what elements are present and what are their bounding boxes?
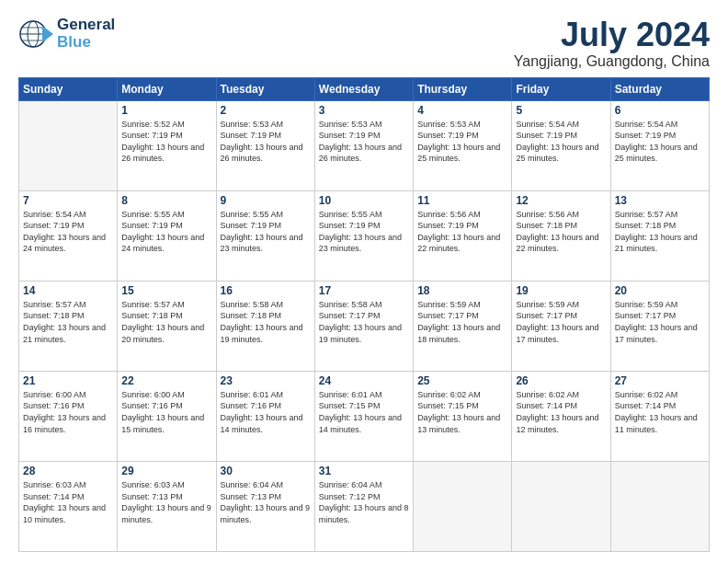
day-number: 29 [121, 465, 211, 477]
day-number: 8 [121, 194, 211, 207]
day-number: 1 [121, 104, 211, 117]
day-info: Sunrise: 5:59 AMSunset: 7:17 PMDaylight:… [516, 299, 606, 345]
day-number: 7 [23, 194, 113, 207]
day-info: Sunrise: 6:02 AMSunset: 7:14 PMDaylight:… [516, 389, 606, 435]
day-info: Sunrise: 5:57 AMSunset: 7:18 PMDaylight:… [121, 299, 211, 345]
calendar-cell: 27Sunrise: 6:02 AMSunset: 7:14 PMDayligh… [610, 371, 709, 461]
calendar-cell: 17Sunrise: 5:58 AMSunset: 7:17 PMDayligh… [314, 281, 413, 371]
day-number: 23 [221, 374, 311, 387]
day-info: Sunrise: 5:55 AMSunset: 7:19 PMDaylight:… [319, 209, 409, 255]
day-number: 4 [417, 104, 507, 117]
day-number: 10 [319, 194, 409, 207]
day-number: 28 [23, 465, 113, 477]
calendar-week-4: 21Sunrise: 6:00 AMSunset: 7:16 PMDayligh… [19, 371, 710, 461]
day-number: 19 [516, 284, 606, 297]
day-number: 12 [516, 194, 606, 207]
weekday-header-friday: Friday [512, 77, 610, 100]
day-number: 17 [319, 284, 409, 297]
day-info: Sunrise: 5:58 AMSunset: 7:18 PMDaylight:… [221, 299, 311, 345]
day-number: 25 [417, 374, 507, 387]
day-info: Sunrise: 5:53 AMSunset: 7:19 PMDaylight:… [319, 119, 409, 165]
day-info: Sunrise: 6:01 AMSunset: 7:15 PMDaylight:… [319, 389, 409, 435]
location: Yangjiang, Guangdong, China [514, 53, 710, 70]
day-number: 31 [319, 465, 409, 477]
calendar-cell [19, 100, 118, 190]
calendar-cell: 1Sunrise: 5:52 AMSunset: 7:19 PMDaylight… [118, 100, 216, 190]
calendar-cell [610, 461, 709, 551]
day-info: Sunrise: 6:00 AMSunset: 7:16 PMDaylight:… [23, 389, 113, 435]
calendar-cell: 13Sunrise: 5:57 AMSunset: 7:18 PMDayligh… [610, 190, 709, 281]
calendar-cell: 16Sunrise: 5:58 AMSunset: 7:18 PMDayligh… [216, 281, 314, 371]
day-info: Sunrise: 5:57 AMSunset: 7:18 PMDaylight:… [615, 209, 705, 255]
header: General Blue July 2024 Yangjiang, Guangd… [18, 17, 710, 70]
day-info: Sunrise: 6:03 AMSunset: 7:13 PMDaylight:… [121, 479, 211, 525]
day-info: Sunrise: 5:55 AMSunset: 7:19 PMDaylight:… [221, 209, 311, 255]
title-block: July 2024 Yangjiang, Guangdong, China [514, 17, 710, 70]
day-number: 13 [615, 194, 705, 207]
weekday-header-thursday: Thursday [414, 77, 512, 100]
calendar-cell: 8Sunrise: 5:55 AMSunset: 7:19 PMDaylight… [118, 190, 216, 281]
month-year: July 2024 [514, 17, 710, 53]
logo-blue: Blue [57, 34, 115, 52]
day-number: 24 [319, 374, 409, 387]
day-info: Sunrise: 5:59 AMSunset: 7:17 PMDaylight:… [615, 299, 705, 345]
calendar-cell: 7Sunrise: 5:54 AMSunset: 7:19 PMDaylight… [19, 190, 118, 281]
weekday-header-tuesday: Tuesday [216, 77, 314, 100]
calendar-cell [414, 461, 512, 551]
calendar-header-row: SundayMondayTuesdayWednesdayThursdayFrid… [19, 77, 710, 100]
calendar-cell: 5Sunrise: 5:54 AMSunset: 7:19 PMDaylight… [512, 100, 610, 190]
day-info: Sunrise: 6:02 AMSunset: 7:14 PMDaylight:… [615, 389, 705, 435]
calendar-cell: 25Sunrise: 6:02 AMSunset: 7:15 PMDayligh… [414, 371, 512, 461]
calendar-cell: 4Sunrise: 5:53 AMSunset: 7:19 PMDaylight… [414, 100, 512, 190]
day-number: 21 [23, 374, 113, 387]
logo: General Blue [18, 17, 115, 51]
calendar-cell: 9Sunrise: 5:55 AMSunset: 7:19 PMDaylight… [216, 190, 314, 281]
day-number: 20 [615, 284, 705, 297]
calendar-cell: 20Sunrise: 5:59 AMSunset: 7:17 PMDayligh… [610, 281, 709, 371]
day-info: Sunrise: 6:02 AMSunset: 7:15 PMDaylight:… [417, 389, 507, 435]
day-info: Sunrise: 5:59 AMSunset: 7:17 PMDaylight:… [417, 299, 507, 345]
weekday-header-wednesday: Wednesday [314, 77, 413, 100]
calendar-cell: 15Sunrise: 5:57 AMSunset: 7:18 PMDayligh… [118, 281, 216, 371]
calendar-week-3: 14Sunrise: 5:57 AMSunset: 7:18 PMDayligh… [19, 281, 710, 371]
day-info: Sunrise: 5:56 AMSunset: 7:18 PMDaylight:… [516, 209, 606, 255]
day-number: 27 [615, 374, 705, 387]
day-info: Sunrise: 6:04 AMSunset: 7:13 PMDaylight:… [221, 479, 311, 525]
day-info: Sunrise: 5:54 AMSunset: 7:19 PMDaylight:… [615, 119, 705, 165]
calendar-cell: 24Sunrise: 6:01 AMSunset: 7:15 PMDayligh… [314, 371, 413, 461]
calendar-week-2: 7Sunrise: 5:54 AMSunset: 7:19 PMDaylight… [19, 190, 710, 281]
day-info: Sunrise: 5:57 AMSunset: 7:18 PMDaylight:… [23, 299, 113, 345]
day-number: 15 [121, 284, 211, 297]
calendar-cell: 14Sunrise: 5:57 AMSunset: 7:18 PMDayligh… [19, 281, 118, 371]
day-number: 9 [221, 194, 311, 207]
day-number: 16 [221, 284, 311, 297]
calendar-cell: 26Sunrise: 6:02 AMSunset: 7:14 PMDayligh… [512, 371, 610, 461]
day-info: Sunrise: 5:55 AMSunset: 7:19 PMDaylight:… [121, 209, 211, 255]
day-info: Sunrise: 5:54 AMSunset: 7:19 PMDaylight:… [23, 209, 113, 255]
day-number: 6 [615, 104, 705, 117]
day-info: Sunrise: 6:04 AMSunset: 7:12 PMDaylight:… [319, 479, 409, 525]
day-number: 22 [121, 374, 211, 387]
calendar-cell [512, 461, 610, 551]
calendar-cell: 11Sunrise: 5:56 AMSunset: 7:19 PMDayligh… [414, 190, 512, 281]
weekday-header-sunday: Sunday [19, 77, 118, 100]
calendar-cell: 31Sunrise: 6:04 AMSunset: 7:12 PMDayligh… [314, 461, 413, 551]
calendar-cell: 21Sunrise: 6:00 AMSunset: 7:16 PMDayligh… [19, 371, 118, 461]
day-info: Sunrise: 5:58 AMSunset: 7:17 PMDaylight:… [319, 299, 409, 345]
day-info: Sunrise: 5:56 AMSunset: 7:19 PMDaylight:… [417, 209, 507, 255]
calendar-cell: 29Sunrise: 6:03 AMSunset: 7:13 PMDayligh… [118, 461, 216, 551]
calendar-cell: 30Sunrise: 6:04 AMSunset: 7:13 PMDayligh… [216, 461, 314, 551]
general-blue-icon [18, 18, 53, 50]
calendar-cell: 10Sunrise: 5:55 AMSunset: 7:19 PMDayligh… [314, 190, 413, 281]
calendar-cell: 12Sunrise: 5:56 AMSunset: 7:18 PMDayligh… [512, 190, 610, 281]
svg-marker-5 [42, 26, 53, 42]
calendar-week-5: 28Sunrise: 6:03 AMSunset: 7:14 PMDayligh… [19, 461, 710, 551]
calendar-cell: 23Sunrise: 6:01 AMSunset: 7:16 PMDayligh… [216, 371, 314, 461]
day-info: Sunrise: 5:52 AMSunset: 7:19 PMDaylight:… [121, 119, 211, 165]
day-info: Sunrise: 6:01 AMSunset: 7:16 PMDaylight:… [221, 389, 311, 435]
calendar-cell: 18Sunrise: 5:59 AMSunset: 7:17 PMDayligh… [414, 281, 512, 371]
calendar-cell: 3Sunrise: 5:53 AMSunset: 7:19 PMDaylight… [314, 100, 413, 190]
calendar-table: SundayMondayTuesdayWednesdayThursdayFrid… [18, 77, 710, 552]
day-number: 5 [516, 104, 606, 117]
day-number: 30 [221, 465, 311, 477]
